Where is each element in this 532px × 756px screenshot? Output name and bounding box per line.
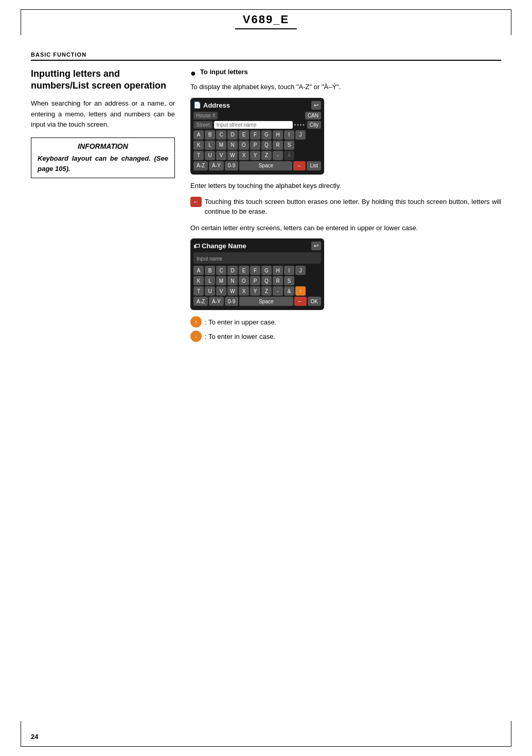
key2-Z[interactable]: Z <box>261 286 272 296</box>
screen1-street-row: Street Input street name •••• City <box>193 121 321 129</box>
key2-L[interactable]: L <box>205 276 215 285</box>
street-input[interactable]: Input street name <box>214 121 293 129</box>
key2-space[interactable]: Space <box>239 297 293 306</box>
key2-Q[interactable]: Q <box>261 276 272 285</box>
information-box: INFORMATION Keyboard layout can be chang… <box>31 138 175 178</box>
key2-F[interactable]: F <box>250 266 260 275</box>
key2-backspace[interactable]: ← <box>294 297 307 306</box>
screen2-input-row: Input name <box>193 252 321 264</box>
bullet-dot: ● <box>190 68 196 78</box>
key2-D[interactable]: D <box>227 266 238 275</box>
key2-B[interactable]: B <box>205 266 215 275</box>
key2-U[interactable]: U <box>205 286 215 296</box>
key-S[interactable]: S <box>284 141 294 150</box>
key2-09[interactable]: 0-9 <box>225 297 238 306</box>
screen1-kbd-row3: T U V W X Y Z - Â <box>193 151 321 160</box>
key-E[interactable]: E <box>239 130 249 140</box>
screen1-back-button[interactable]: ↩ <box>311 101 321 110</box>
key2-V[interactable]: V <box>216 286 226 296</box>
key2-G[interactable]: G <box>261 266 272 275</box>
key2-I[interactable]: I <box>284 266 294 275</box>
can-button[interactable]: CAN <box>305 112 321 119</box>
key-H[interactable]: H <box>273 130 283 140</box>
screen1-title: 📄 Address <box>193 101 230 109</box>
street-label: Street <box>193 121 212 129</box>
header-underline <box>235 28 297 29</box>
key2-S[interactable]: S <box>284 276 294 285</box>
key-space[interactable]: Space <box>239 161 292 170</box>
key-D[interactable]: D <box>227 130 238 140</box>
key-09[interactable]: 0-9 <box>225 161 238 170</box>
key-O[interactable]: O <box>239 141 249 150</box>
key-A[interactable]: A <box>193 130 204 140</box>
screen1-kbd-row1: A B C D E F G H I J <box>193 130 321 140</box>
key2-O[interactable]: O <box>239 276 249 285</box>
main-heading: Inputting letters and numbers/List scree… <box>31 68 175 92</box>
key2-Y[interactable]: Y <box>250 286 260 296</box>
key2-M[interactable]: M <box>216 276 226 285</box>
upper-case-icon: ↑ <box>190 316 202 328</box>
key2-W[interactable]: W <box>227 286 238 296</box>
key2-E[interactable]: E <box>239 266 249 275</box>
key2-H[interactable]: H <box>273 266 283 275</box>
key-az[interactable]: A-Z <box>193 161 208 170</box>
key2-dash[interactable]: - <box>273 286 283 296</box>
main-content: BASIC FUNCTION Inputting letters and num… <box>31 51 501 345</box>
key-backspace[interactable]: ← <box>293 161 306 170</box>
key-C[interactable]: C <box>216 130 226 140</box>
key-N[interactable]: N <box>227 141 238 150</box>
border-left-bottom <box>21 721 21 747</box>
key-dash[interactable]: - <box>273 151 283 160</box>
key-list[interactable]: List <box>307 161 321 170</box>
erase-note: ← Touching this touch screen button eras… <box>190 197 501 217</box>
key-special: Â <box>284 151 294 160</box>
key2-amp[interactable]: & <box>284 286 294 296</box>
key-V[interactable]: V <box>216 151 226 160</box>
key-P[interactable]: P <box>250 141 260 150</box>
key2-T[interactable]: T <box>193 286 204 296</box>
key-accented[interactable]: À-Ý <box>209 161 224 170</box>
key2-K[interactable]: K <box>193 276 204 285</box>
key-R[interactable]: R <box>273 141 283 150</box>
key-M[interactable]: M <box>216 141 226 150</box>
key-B[interactable]: B <box>205 130 215 140</box>
key-K[interactable]: K <box>193 141 204 150</box>
city-button[interactable]: City <box>307 121 321 129</box>
key2-ok[interactable]: OK <box>308 297 321 306</box>
erase-note-text: Touching this touch screen button erases… <box>205 197 501 217</box>
key-G[interactable]: G <box>261 130 272 140</box>
screen1-header: 📄 Address ↩ <box>193 101 321 110</box>
screen1-bottom-row: A-Z À-Ý 0-9 Space ← List <box>193 161 321 170</box>
key2-C[interactable]: C <box>216 266 226 275</box>
key-I[interactable]: I <box>284 130 294 140</box>
key2-X[interactable]: X <box>239 286 249 296</box>
name-input-placeholder[interactable]: Input name <box>197 256 222 262</box>
key-X[interactable]: X <box>239 151 249 160</box>
key2-A[interactable]: A <box>193 266 204 275</box>
info-box-text: Keyboard layout can be changed. (See pag… <box>38 153 168 174</box>
key2-accented[interactable]: À-Ý <box>209 297 224 306</box>
key-Q[interactable]: Q <box>261 141 272 150</box>
key-L[interactable]: L <box>205 141 215 150</box>
document-icon: 📄 <box>193 101 201 109</box>
key2-az[interactable]: A-Z <box>193 297 208 306</box>
key2-J[interactable]: J <box>295 266 306 275</box>
key2-N[interactable]: N <box>227 276 238 285</box>
intro-text: When searching for an address or a name,… <box>31 98 175 130</box>
key-Z[interactable]: Z <box>261 151 272 160</box>
bullet-item-input-letters: ● To input letters <box>190 68 501 78</box>
key-W[interactable]: W <box>227 151 238 160</box>
two-column-layout: Inputting letters and numbers/List scree… <box>31 68 501 345</box>
right-column: ● To input letters To display the alphab… <box>190 68 501 345</box>
key-T[interactable]: T <box>193 151 204 160</box>
key-J[interactable]: J <box>295 130 306 140</box>
key2-R[interactable]: R <box>273 276 283 285</box>
key2-uppercase[interactable]: ↑ <box>295 286 306 296</box>
key-Y[interactable]: Y <box>250 151 260 160</box>
key-F[interactable]: F <box>250 130 260 140</box>
lower-case-row: ↓ : To enter in lower case. <box>190 331 501 342</box>
screen2-back-button[interactable]: ↩ <box>311 242 321 250</box>
key2-P[interactable]: P <box>250 276 260 285</box>
para2: Enter letters by touching the alphabet k… <box>190 181 501 192</box>
key-U[interactable]: U <box>205 151 215 160</box>
